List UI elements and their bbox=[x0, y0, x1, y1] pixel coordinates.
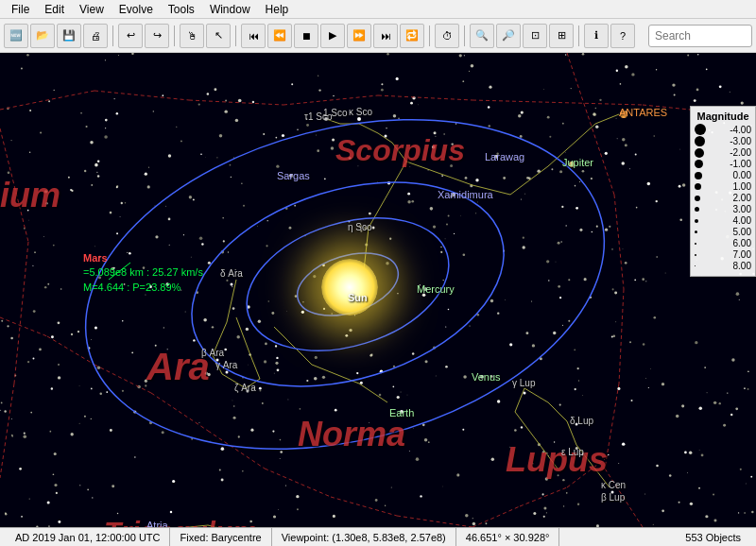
tb-stop[interactable]: ⏹ bbox=[294, 24, 318, 48]
tb-rewind[interactable]: ⏮ bbox=[241, 24, 266, 48]
status-coords: Viewpoint: (1.30e8, 5.83e8, 2.57e8) bbox=[272, 528, 456, 546]
menu-window[interactable]: Window bbox=[202, 0, 258, 18]
tb-play[interactable]: ▶ bbox=[320, 24, 345, 48]
mag-row: 3.00 bbox=[695, 204, 751, 214]
mag-row: 7.00 bbox=[695, 249, 751, 260]
mag-row: 6.00 bbox=[695, 238, 751, 248]
status-objects: 553 Objects bbox=[676, 528, 750, 546]
magnitude-legend: Magnitude -4.00-3.00-2.00-1.000.001.002.… bbox=[690, 106, 756, 277]
tb-undo[interactable]: ↩ bbox=[118, 24, 143, 48]
menu-edit[interactable]: Edit bbox=[37, 0, 72, 18]
tb-realtime[interactable]: ⏱ bbox=[435, 24, 459, 48]
tb-fwdend[interactable]: ⏭ bbox=[373, 24, 398, 48]
tb-open[interactable]: 📂 bbox=[30, 24, 55, 48]
sep2 bbox=[174, 26, 175, 46]
mag-row: 2.00 bbox=[695, 193, 751, 203]
tb-redo[interactable]: ↪ bbox=[145, 24, 169, 48]
sky-view[interactable]: Scorpius Ara Norma Lupus Triangulum ium … bbox=[0, 53, 756, 527]
status-angle: 46.651° × 30.928° bbox=[456, 528, 560, 546]
sep3 bbox=[235, 26, 236, 46]
tb-zoom-out[interactable]: 🔎 bbox=[496, 24, 521, 48]
tb-stepback[interactable]: ⏪ bbox=[267, 24, 292, 48]
mag-row: -1.00 bbox=[695, 159, 751, 169]
toolbar: 🆕 📂 💾 🖨 ↩ ↪ 🖱 ↖ ⏮ ⏪ ⏹ ▶ ⏩ ⏭ 🔁 ⏱ 🔍 🔎 ⊡ ⊞ … bbox=[0, 19, 756, 53]
tb-help[interactable]: ? bbox=[610, 24, 635, 48]
statusbar: AD 2019 Jan 01, 12:00:00 UTC Fixed: Bary… bbox=[0, 527, 756, 546]
mag-row: -3.00 bbox=[695, 136, 751, 146]
status-viewpoint-label: Fixed: Barycentre bbox=[170, 528, 271, 546]
menu-tools[interactable]: Tools bbox=[161, 0, 202, 18]
menu-help[interactable]: Help bbox=[258, 0, 297, 18]
tb-new[interactable]: 🆕 bbox=[4, 24, 28, 48]
tb-grid[interactable]: ⊞ bbox=[549, 24, 574, 48]
search-input[interactable] bbox=[648, 25, 752, 47]
tb-print[interactable]: 🖨 bbox=[83, 24, 108, 48]
tb-save[interactable]: 💾 bbox=[57, 24, 81, 48]
menu-evolve[interactable]: Evolve bbox=[112, 0, 161, 18]
mag-row: 0.00 bbox=[695, 170, 751, 180]
sep4 bbox=[429, 26, 430, 46]
tb-arrow[interactable]: ↖ bbox=[206, 24, 231, 48]
tb-loop[interactable]: 🔁 bbox=[400, 24, 424, 48]
tb-info[interactable]: ℹ bbox=[584, 24, 609, 48]
magnitude-title: Magnitude bbox=[695, 111, 751, 122]
menu-view[interactable]: View bbox=[72, 0, 112, 18]
mag-row: 1.00 bbox=[695, 181, 751, 192]
tb-zoom-in[interactable]: 🔍 bbox=[470, 24, 494, 48]
sep1 bbox=[112, 26, 113, 46]
menubar: File Edit View Evolve Tools Window Help bbox=[0, 0, 756, 19]
tb-select[interactable]: 🖱 bbox=[180, 24, 204, 48]
sun-object bbox=[321, 259, 378, 316]
sep6 bbox=[578, 26, 579, 46]
mag-row: -4.00 bbox=[695, 124, 751, 135]
mag-row: 8.00 bbox=[695, 261, 751, 271]
menu-file[interactable]: File bbox=[4, 0, 37, 18]
status-datetime: AD 2019 Jan 01, 12:00:00 UTC bbox=[6, 528, 170, 546]
sep5 bbox=[464, 26, 465, 46]
tb-stepfwd[interactable]: ⏩ bbox=[347, 24, 371, 48]
constellation-canvas bbox=[0, 53, 756, 527]
mag-row: -2.00 bbox=[695, 147, 751, 158]
mag-row: 4.00 bbox=[695, 215, 751, 226]
tb-fit[interactable]: ⊡ bbox=[523, 24, 547, 48]
mag-row: 5.00 bbox=[695, 227, 751, 237]
